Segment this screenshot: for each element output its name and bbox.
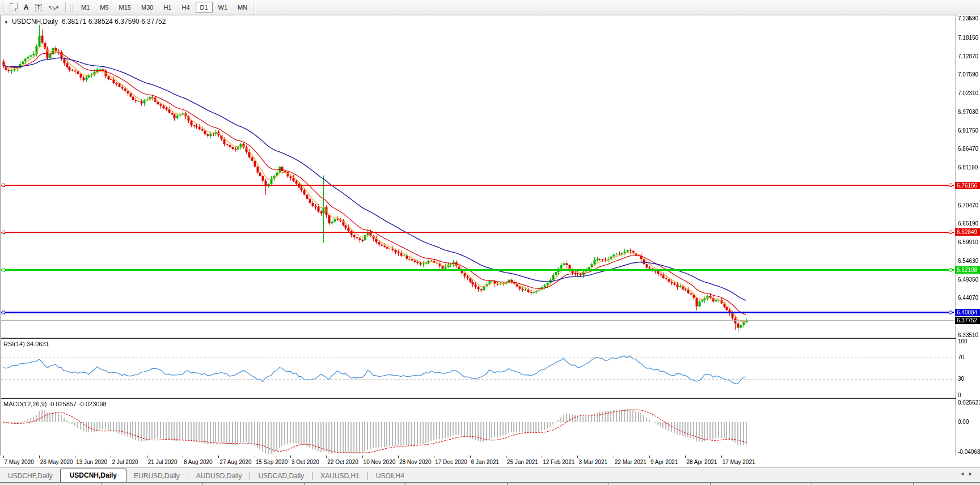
macd-tick-label: 0.00 [958, 419, 980, 425]
rsi-tick-label: 100 [958, 338, 980, 344]
date-tick-mark [255, 456, 255, 458]
date-tick-mark [326, 456, 327, 458]
price-tick-label: 6.33510 [958, 332, 980, 338]
date-tick-mark [506, 456, 506, 458]
tab-next-icon[interactable]: ► [968, 471, 977, 477]
hline-price-label[interactable]: 6.40084 [955, 309, 980, 316]
chart-tab-usdcnh[interactable]: USDCNH,Daily [60, 469, 126, 483]
date-label: 7 May 2020 [5, 459, 34, 465]
date-label: 21 Jul 2020 [148, 459, 178, 465]
chart-tab-usdchf[interactable]: USDCHF,Daily [0, 470, 61, 483]
date-label: 9 Apr 2021 [650, 459, 678, 465]
date-tick-mark [614, 456, 614, 458]
date-tick-mark [290, 456, 291, 458]
macd-tick-label: 0.025623 [958, 399, 980, 406]
rsi-indicator-label: RSI(14) 34.0631 [3, 341, 49, 347]
price-tick-label: 7.07590 [958, 71, 980, 78]
chart-title-caret-icon[interactable]: ▼ [4, 20, 9, 25]
date-tick-mark [3, 456, 4, 458]
date-label: 3 Oct 2020 [292, 459, 319, 465]
price-tick-label: 7.02310 [958, 90, 980, 96]
price-tick-label: 7.23590 [958, 15, 980, 22]
date-tick-mark [721, 456, 722, 458]
date-tick-mark [75, 456, 75, 458]
chart-tab-audusd[interactable]: AUDUSD,Daily [188, 470, 250, 483]
date-tick-mark [542, 456, 542, 458]
chart-symbol: USDCNH,Daily [12, 18, 58, 25]
date-label: 26 May 2020 [40, 459, 73, 465]
rsi-tick-label: 0 [958, 392, 980, 398]
rsi-tick-label: 30 [958, 376, 980, 382]
date-tick-mark [39, 456, 40, 458]
date-label: 22 Mar 2021 [615, 459, 647, 465]
price-tick-label: 7.12870 [958, 53, 980, 59]
date-label: 17 Dec 2020 [435, 459, 467, 465]
date-label: 12 Feb 2021 [543, 459, 575, 465]
date-tick-mark [218, 456, 219, 458]
date-tick-mark [362, 456, 363, 458]
candlestick-chart-canvas[interactable] [0, 0, 980, 485]
date-tick-mark [147, 456, 147, 458]
hline-price-label[interactable]: 6.52108 [955, 266, 980, 274]
macd-tick-label: -0.040687 [958, 449, 980, 455]
date-tick-mark [470, 456, 471, 458]
terminal-panel-edge [0, 482, 980, 485]
date-label: 3 Mar 2021 [578, 459, 607, 465]
date-label: 17 May 2021 [723, 459, 755, 465]
price-tick-label: 7.18150 [958, 35, 980, 41]
date-label: 13 Jun 2020 [76, 459, 107, 465]
chart-tab-usdcad[interactable]: USDCAD,Daily [250, 470, 312, 483]
date-tick-mark [577, 456, 578, 458]
price-tick-label: 6.81190 [958, 164, 980, 171]
trading-terminal: F A T ↖↘ ▼ M1M5M15M30H1H4D1W1MN ▼USDCNH,… [0, 0, 980, 485]
date-tick-mark [649, 456, 650, 458]
date-label: 15 Sep 2020 [256, 459, 288, 465]
chart-ohlc-values: 6.38171 6.38524 6.37590 6.37752 [62, 18, 166, 25]
date-label: 27 Aug 2020 [219, 459, 251, 465]
price-tick-label: 6.54630 [958, 258, 980, 264]
rsi-tick-label: 70 [958, 354, 980, 360]
price-tick-label: 6.91750 [958, 127, 980, 134]
hline-price-label[interactable]: 6.62849 [955, 228, 980, 236]
price-tick-label: 6.97030 [958, 109, 980, 115]
price-tick-label: 6.44070 [958, 295, 980, 301]
price-tick-label: 6.49350 [958, 276, 980, 283]
price-tick-label: 6.65190 [958, 220, 980, 227]
chart-tab-eurusd[interactable]: EURUSD,Daily [126, 470, 188, 483]
date-label: 25 Jan 2021 [507, 459, 538, 465]
date-tick-mark [685, 456, 686, 458]
date-tick-mark [111, 456, 111, 458]
date-label: 10 Nov 2020 [364, 459, 396, 465]
price-tick-label: 6.59910 [958, 239, 980, 245]
date-label: 22 Oct 2020 [327, 459, 358, 465]
date-tick-mark [434, 456, 434, 458]
date-label: 28 Nov 2020 [399, 459, 432, 465]
date-axis: 7 May 202026 May 202013 Jun 20202 Jul 20… [0, 456, 980, 467]
macd-indicator-label: MACD(12,26,9) -0.025857 -0.023098 [3, 401, 107, 407]
date-tick-mark [398, 456, 399, 458]
tab-prev-icon[interactable]: ◄ [960, 471, 968, 477]
price-tick-label: 6.86470 [958, 146, 980, 152]
current-price-label: 6.37752 [955, 317, 980, 324]
price-tick-label: 6.70470 [958, 202, 980, 209]
chart-tab-usoil[interactable]: USOil,H4 [368, 470, 412, 483]
date-label: 8 Aug 2020 [184, 459, 213, 465]
tab-nav-arrows[interactable]: ◄► [960, 471, 977, 477]
hline-price-label[interactable]: 6.76156 [955, 182, 980, 189]
date-label: 6 Jan 2021 [471, 459, 500, 465]
chart-tab-bar: USDCHF,DailyUSDCNH,DailyEURUSD,DailyAUDU… [0, 467, 980, 483]
date-tick-mark [183, 456, 183, 458]
chart-tab-xauusd[interactable]: XAUUSD,H1 [312, 470, 368, 483]
date-label: 28 Apr 2021 [686, 459, 717, 465]
chart-title: ▼USDCNH,Daily 6.38171 6.38524 6.37590 6.… [4, 18, 166, 25]
date-label: 2 Jul 2020 [112, 459, 138, 465]
